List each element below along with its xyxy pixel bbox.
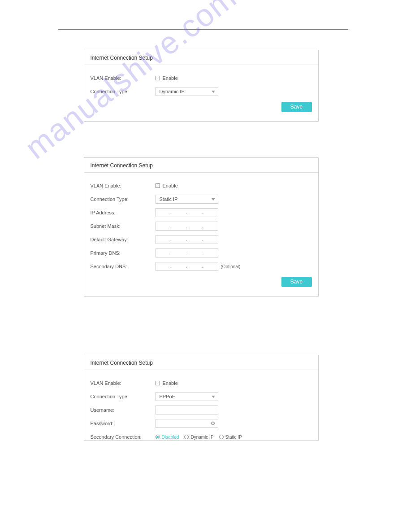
select-value: Static IP	[160, 196, 178, 202]
enable-text: Enable	[163, 75, 178, 81]
setup-panel-dynamic: Internet Connection Setup VLAN Enable: E…	[84, 50, 319, 122]
vlan-checkbox[interactable]	[156, 381, 160, 385]
panel-body: VLAN Enable: Enable Connection Type: Sta…	[84, 173, 318, 296]
horizontal-rule	[58, 29, 348, 30]
vlan-control: Enable	[156, 75, 178, 81]
save-row: Save	[91, 275, 312, 291]
conn-type-select[interactable]: Static IP	[156, 195, 218, 204]
panel-title: Internet Connection Setup	[84, 50, 318, 65]
ip-input[interactable]: ...	[156, 208, 218, 217]
sdns-input[interactable]: ...	[156, 262, 218, 271]
panel-body: VLAN Enable: Enable Connection Type: Dyn…	[84, 65, 318, 121]
row-gateway: Default Gateway: ...	[91, 235, 312, 244]
radio-label: Static IP	[225, 435, 242, 440]
subnet-input[interactable]: ...	[156, 222, 218, 231]
vlan-label: VLAN Enable:	[91, 75, 156, 81]
password-input[interactable]	[156, 419, 218, 428]
row-ip-address: IP Address: ...	[91, 208, 312, 218]
vlan-label: VLAN Enable:	[91, 380, 156, 386]
conn-type-label: Connection Type:	[91, 394, 156, 399]
select-value: PPPoE	[160, 394, 175, 399]
password-label: Password:	[91, 421, 156, 426]
conn-type-select[interactable]: Dynamic IP	[156, 87, 218, 96]
row-secondary-dns: Secondary DNS: ... (Optional)	[91, 262, 312, 271]
save-button[interactable]: Save	[281, 277, 312, 287]
save-button[interactable]: Save	[281, 102, 312, 112]
row-conn-type: Connection Type: PPPoE	[91, 392, 312, 401]
radio-label: Disabled	[162, 435, 179, 440]
row-subnet: Subnet Mask: ...	[91, 221, 312, 231]
subnet-label: Subnet Mask:	[91, 223, 156, 229]
panel-title: Internet Connection Setup	[84, 158, 318, 173]
vlan-checkbox[interactable]	[156, 183, 160, 188]
radio-static[interactable]: Static IP	[219, 435, 242, 440]
panel-title: Internet Connection Setup	[84, 355, 318, 370]
conn-type-label: Connection Type:	[91, 196, 156, 202]
radio-disabled[interactable]: Disabled	[156, 435, 179, 440]
chevron-down-icon	[212, 396, 215, 398]
username-input[interactable]	[156, 406, 218, 414]
radio-icon	[219, 435, 224, 439]
conn-type-select[interactable]: PPPoE	[156, 392, 218, 401]
vlan-label: VLAN Enable:	[91, 183, 156, 188]
radio-dynamic[interactable]: Dynamic IP	[184, 435, 213, 440]
row-vlan: VLAN Enable: Enable	[91, 73, 312, 83]
gateway-label: Default Gateway:	[91, 237, 156, 242]
chevron-down-icon	[212, 91, 215, 93]
select-value: Dynamic IP	[160, 89, 185, 94]
sdns-label: Secondary DNS:	[91, 264, 156, 269]
gateway-input[interactable]: ...	[156, 235, 218, 244]
row-vlan: VLAN Enable: Enable	[91, 378, 312, 388]
radio-label: Dynamic IP	[190, 435, 213, 440]
panel-body: VLAN Enable: Enable Connection Type: PPP…	[84, 370, 318, 441]
row-primary-dns: Primary DNS: ...	[91, 248, 312, 258]
chevron-down-icon	[212, 198, 215, 201]
row-password: Password:	[91, 419, 312, 428]
save-row: Save	[91, 100, 312, 116]
enable-text: Enable	[163, 183, 178, 188]
enable-text: Enable	[163, 380, 178, 386]
radio-icon	[156, 435, 160, 439]
setup-panel-pppoe: Internet Connection Setup VLAN Enable: E…	[84, 355, 319, 441]
radio-icon	[184, 435, 189, 439]
conn-type-label: Connection Type:	[91, 89, 156, 94]
document-page: manualshive.com Internet Connection Setu…	[0, 0, 402, 441]
pdns-input[interactable]: ...	[156, 249, 218, 257]
row-conn-type: Connection Type: Dynamic IP	[91, 87, 312, 96]
setup-panel-static: Internet Connection Setup VLAN Enable: E…	[84, 157, 319, 297]
secondary-label: Secondary Connection:	[91, 434, 156, 440]
vlan-checkbox[interactable]	[156, 76, 160, 80]
eye-icon[interactable]	[210, 421, 216, 426]
username-label: Username:	[91, 407, 156, 413]
row-conn-type: Connection Type: Static IP	[91, 194, 312, 204]
ip-label: IP Address:	[91, 210, 156, 215]
row-username: Username:	[91, 405, 312, 415]
optional-text: (Optional)	[221, 264, 241, 269]
pdns-label: Primary DNS:	[91, 250, 156, 256]
row-secondary-conn: Secondary Connection: Disabled Dynamic I…	[91, 432, 312, 441]
row-vlan: VLAN Enable: Enable	[91, 181, 312, 191]
